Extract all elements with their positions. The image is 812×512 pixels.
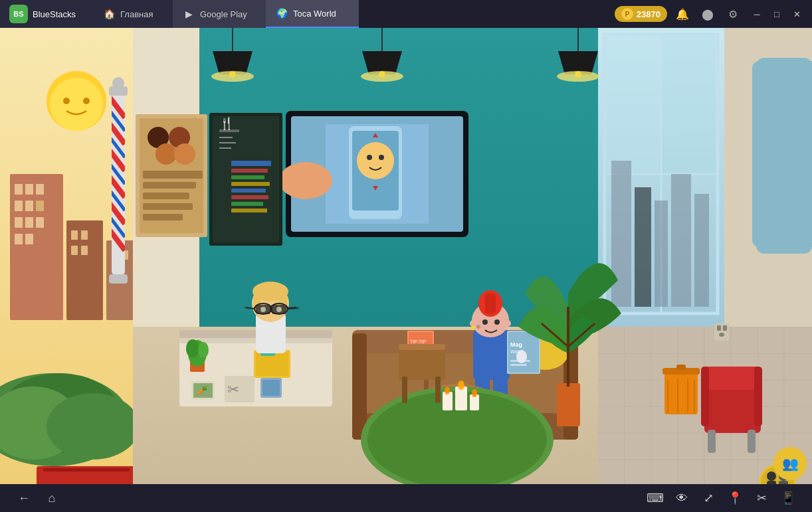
svg-rect-163	[352, 353, 578, 440]
svg-rect-151	[254, 292, 260, 311]
svg-rect-139	[260, 378, 282, 398]
svg-point-109	[155, 143, 177, 165]
settings-button[interactable]: ⚙	[723, 4, 743, 24]
tab-glavnaya[interactable]: 🏠 Главная	[93, 0, 173, 28]
svg-point-27	[0, 373, 130, 466]
svg-rect-103	[309, 171, 316, 192]
svg-marker-80	[213, 51, 253, 74]
svg-point-189	[516, 350, 527, 363]
minimize-button[interactable]: ─	[748, 5, 765, 23]
game-area[interactable]: 🍴 🥕 ✂	[0, 28, 812, 512]
svg-point-146	[186, 339, 199, 358]
phone-button[interactable]: 📱	[777, 487, 799, 509]
game-scene: 🍴 🥕 ✂	[0, 28, 812, 512]
svg-rect-33	[112, 91, 125, 277]
expand-button[interactable]: ⤢	[698, 487, 719, 509]
home-tab-icon: 🏠	[102, 7, 116, 21]
svg-rect-114	[143, 203, 193, 210]
svg-line-46	[105, 211, 125, 237]
group-icon: 👥	[782, 456, 799, 471]
location-button[interactable]: 📍	[724, 487, 746, 509]
tab-bluestacks[interactable]: BS BlueStacks	[0, 0, 93, 28]
svg-point-156	[260, 307, 266, 312]
svg-point-213	[719, 333, 724, 337]
svg-rect-211	[717, 325, 721, 331]
svg-rect-223	[701, 367, 709, 426]
expand-icon: ⤢	[704, 491, 714, 505]
svg-point-96	[357, 142, 394, 179]
svg-point-30	[47, 393, 140, 460]
svg-rect-94	[349, 126, 402, 219]
svg-rect-227	[399, 347, 445, 380]
keyboard-icon: ⌨	[647, 491, 664, 505]
svg-rect-14	[25, 217, 33, 228]
back-button[interactable]: ←	[13, 487, 35, 509]
svg-rect-154	[272, 305, 286, 314]
svg-rect-143	[260, 339, 275, 356]
svg-rect-191	[409, 332, 433, 366]
svg-rect-0	[0, 28, 159, 512]
svg-rect-56	[606, 36, 659, 173]
svg-point-250	[767, 471, 776, 481]
svg-line-43	[105, 131, 125, 157]
maximize-button[interactable]: □	[768, 5, 785, 23]
svg-point-198	[361, 386, 554, 493]
svg-rect-57	[662, 36, 716, 173]
svg-point-181	[494, 319, 500, 325]
svg-rect-206	[557, 383, 580, 426]
scissors-button[interactable]: ✂	[751, 487, 772, 509]
svg-rect-222	[704, 367, 761, 390]
svg-rect-128	[231, 202, 263, 206]
eye-button[interactable]: 👁	[671, 487, 692, 509]
svg-marker-100	[373, 186, 378, 191]
keyboard-button[interactable]: ⌨	[645, 487, 666, 509]
svg-rect-134	[191, 381, 215, 400]
svg-rect-93	[326, 124, 429, 224]
svg-line-37	[105, 118, 125, 144]
svg-rect-188	[510, 364, 527, 366]
back-icon: ←	[18, 491, 30, 505]
svg-rect-61	[671, 174, 691, 307]
record-button[interactable]: ⬤	[698, 4, 718, 24]
svg-rect-47	[109, 86, 128, 96]
svg-rect-127	[231, 195, 268, 199]
svg-rect-13	[15, 217, 23, 228]
svg-point-160	[270, 303, 288, 314]
svg-rect-122	[231, 161, 271, 166]
svg-rect-200	[443, 392, 453, 410]
svg-rect-106	[140, 118, 203, 233]
svg-line-45	[105, 184, 125, 211]
tab-tocaworld[interactable]: 🌍 Toca World	[266, 0, 359, 28]
svg-point-193	[414, 345, 427, 362]
coins-badge: P 23870	[615, 6, 667, 22]
svg-line-161	[245, 307, 254, 309]
svg-point-180	[482, 319, 488, 325]
tab-googleplay[interactable]: ▶ Google Play	[173, 0, 266, 28]
svg-point-5	[83, 98, 90, 104]
svg-point-199	[367, 391, 547, 488]
svg-rect-197	[470, 420, 475, 450]
svg-rect-214	[664, 371, 698, 414]
svg-point-108	[169, 127, 190, 148]
svg-point-90	[575, 71, 581, 78]
svg-rect-167	[500, 353, 573, 413]
svg-rect-58	[611, 161, 631, 307]
eye-icon: 👁	[676, 491, 688, 505]
close-button[interactable]: ✕	[788, 5, 805, 23]
svg-line-39	[105, 171, 125, 197]
svg-point-204	[458, 381, 464, 390]
svg-rect-125	[231, 182, 270, 186]
svg-rect-117	[213, 116, 279, 242]
home-icon: ⌂	[49, 491, 56, 505]
svg-rect-173	[493, 377, 508, 396]
group-icon-button[interactable]: 👥	[773, 447, 807, 480]
notification-button[interactable]: 🔔	[672, 4, 692, 24]
location-icon: 📍	[728, 491, 742, 505]
svg-text:🍴: 🍴	[219, 116, 235, 131]
phone-icon: 📱	[781, 491, 795, 505]
home-button[interactable]: ⌂	[41, 487, 62, 509]
svg-point-29	[0, 386, 80, 460]
svg-rect-92	[291, 116, 463, 232]
svg-line-38	[105, 144, 125, 171]
svg-point-182	[476, 325, 480, 329]
